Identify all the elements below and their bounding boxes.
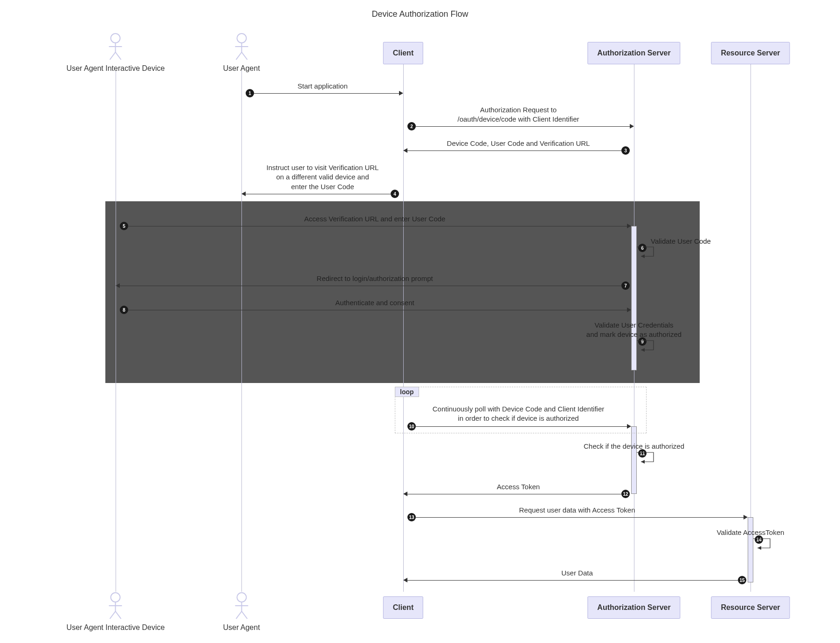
actor-uaid-top: User Agent Interactive Device bbox=[67, 33, 165, 73]
svg-line-19 bbox=[241, 611, 247, 619]
message-arrow bbox=[415, 126, 630, 127]
highlight-region bbox=[105, 201, 700, 383]
svg-line-3 bbox=[110, 52, 116, 60]
sequence-diagram: Device Authorization Flow User Agent Int… bbox=[9, 9, 831, 634]
actor-ua-top: User Agent bbox=[223, 33, 260, 73]
person-icon bbox=[232, 33, 251, 61]
arrowhead-icon bbox=[630, 124, 634, 129]
message-label: Instruct user to visit Verification URL … bbox=[267, 163, 379, 192]
sequence-number: 2 bbox=[407, 122, 416, 130]
person-icon bbox=[106, 33, 125, 61]
arrowhead-icon bbox=[403, 148, 407, 153]
svg-point-0 bbox=[111, 34, 120, 43]
message-arrow bbox=[407, 150, 622, 151]
message-arrow bbox=[128, 226, 627, 226]
arrowhead-icon bbox=[744, 515, 748, 520]
message-label: Access Token bbox=[497, 482, 540, 492]
lifeline-ua bbox=[241, 71, 242, 592]
loop-label: loop bbox=[395, 387, 419, 397]
svg-line-9 bbox=[241, 52, 247, 60]
message-label: Access Verification URL and enter User C… bbox=[304, 214, 446, 224]
message-arrow bbox=[246, 194, 391, 194]
sequence-number: 12 bbox=[621, 490, 630, 498]
activation-auth-2 bbox=[631, 426, 637, 494]
activation-resource bbox=[748, 517, 753, 582]
self-message bbox=[753, 536, 777, 554]
svg-line-13 bbox=[110, 611, 116, 619]
actor-label: User Agent Interactive Device bbox=[67, 623, 165, 632]
self-message bbox=[637, 338, 660, 356]
arrowhead-icon bbox=[241, 192, 246, 196]
participant-resource-top: Resource Server bbox=[711, 42, 790, 64]
message-label: Device Code, User Code and Verification … bbox=[447, 139, 590, 148]
self-message bbox=[637, 450, 660, 468]
participant-auth-bottom: Authorization Server bbox=[587, 596, 680, 619]
message-label: Request user data with Access Token bbox=[519, 506, 635, 515]
svg-point-10 bbox=[111, 593, 120, 602]
message-arrow bbox=[254, 93, 399, 94]
svg-line-18 bbox=[236, 611, 241, 619]
svg-point-5 bbox=[237, 34, 246, 43]
message-arrow bbox=[415, 517, 744, 518]
sequence-number: 3 bbox=[621, 146, 630, 155]
message-label: Redirect to login/authorization prompt bbox=[317, 274, 433, 283]
actor-label: User Agent bbox=[223, 623, 260, 632]
actor-label: User Agent bbox=[223, 64, 260, 73]
svg-line-14 bbox=[116, 611, 121, 619]
arrowhead-icon bbox=[627, 308, 631, 312]
arrowhead-icon bbox=[627, 224, 631, 228]
arrowhead-icon bbox=[403, 492, 407, 496]
person-icon bbox=[106, 592, 125, 620]
sequence-number: 7 bbox=[621, 281, 630, 290]
svg-line-4 bbox=[116, 52, 121, 60]
svg-marker-22 bbox=[641, 460, 645, 464]
arrowhead-icon bbox=[403, 578, 407, 582]
sequence-number: 5 bbox=[120, 222, 128, 230]
svg-marker-21 bbox=[641, 348, 645, 352]
message-arrow bbox=[407, 494, 622, 494]
actor-uaid-bottom: User Agent Interactive Device bbox=[67, 592, 165, 632]
lifeline-client bbox=[403, 64, 404, 592]
message-label: Start application bbox=[297, 82, 348, 91]
sequence-number: 4 bbox=[391, 190, 399, 198]
sequence-number: 8 bbox=[120, 306, 128, 314]
message-label: Validate User Credentials and mark devic… bbox=[586, 321, 682, 340]
lifeline-resource bbox=[750, 64, 751, 592]
message-label: Continuously poll with Device Code and C… bbox=[433, 404, 605, 424]
svg-point-15 bbox=[237, 593, 246, 602]
message-arrow bbox=[120, 286, 622, 286]
participant-resource-bottom: Resource Server bbox=[711, 596, 790, 619]
actor-label: User Agent Interactive Device bbox=[67, 64, 165, 73]
lifeline-uaid bbox=[116, 71, 116, 592]
message-arrow bbox=[415, 426, 627, 427]
message-label: Check if the device is authorized bbox=[584, 442, 684, 451]
message-label: User Data bbox=[561, 568, 593, 578]
arrowhead-icon bbox=[627, 424, 631, 429]
self-message bbox=[637, 244, 660, 263]
sequence-number: 1 bbox=[246, 89, 254, 97]
actor-ua-bottom: User Agent bbox=[223, 592, 260, 632]
arrowhead-icon bbox=[116, 283, 120, 288]
participant-client-bottom: Client bbox=[383, 596, 423, 619]
sequence-number: 15 bbox=[738, 576, 746, 584]
person-icon bbox=[232, 592, 251, 620]
participant-client-top: Client bbox=[383, 42, 423, 64]
message-arrow bbox=[407, 580, 738, 581]
message-label: Authenticate and consent bbox=[335, 298, 414, 308]
message-label: Authorization Request to /oauth/device/c… bbox=[458, 105, 579, 124]
sequence-number: 10 bbox=[407, 422, 416, 431]
diagram-title: Device Authorization Flow bbox=[372, 9, 468, 19]
svg-marker-23 bbox=[757, 546, 761, 550]
activation-auth-1 bbox=[631, 226, 637, 370]
message-arrow bbox=[128, 310, 627, 310]
sequence-number: 13 bbox=[407, 513, 416, 521]
svg-line-8 bbox=[236, 52, 241, 60]
arrowhead-icon bbox=[399, 91, 403, 96]
svg-marker-20 bbox=[641, 254, 645, 258]
participant-auth-top: Authorization Server bbox=[587, 42, 680, 64]
